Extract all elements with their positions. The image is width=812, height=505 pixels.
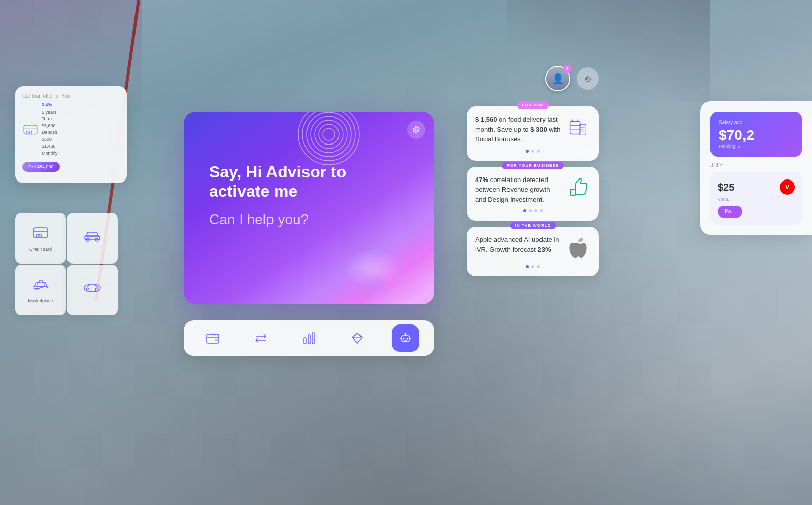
dot-w2 <box>531 265 534 268</box>
credit-card-icon <box>22 121 39 137</box>
salary-amount: $70,2 <box>719 127 794 143</box>
analytics-icon <box>302 332 316 345</box>
dot-w1 <box>526 265 529 268</box>
salary-title: Salary acc... <box>719 120 794 125</box>
svg-point-32 <box>406 338 408 340</box>
for-you-card: FOR YOU $ 1,560 on food delivery last mo… <box>467 106 599 161</box>
svg-rect-47 <box>570 189 576 195</box>
svg-rect-27 <box>308 335 310 344</box>
loan-amount: $8,600 <box>42 123 58 130</box>
credit-card-label: Credit card <box>29 247 52 252</box>
ship-icon-svg <box>32 277 49 292</box>
world-content: Apple advanced AI update in iVR. Growth … <box>475 235 591 260</box>
dot-1 <box>526 150 529 153</box>
svg-rect-38 <box>570 121 580 134</box>
loan-monthly: $1,468 <box>42 143 58 150</box>
svg-rect-26 <box>304 338 306 344</box>
company-name: Voda... <box>718 197 795 202</box>
vehicle-icon <box>83 281 101 296</box>
transfer-button[interactable] <box>247 324 275 352</box>
vodafone-logo: V <box>780 179 795 195</box>
svg-point-35 <box>404 333 406 335</box>
loan-term: Term <box>42 116 58 123</box>
glow-effect-2 <box>353 274 394 299</box>
business-card: FOR YOUR BUSINESS 47% correlation detect… <box>467 167 599 221</box>
robot-icon <box>399 332 412 345</box>
grid-card-marketplace[interactable]: Marketplace <box>15 265 66 315</box>
svg-point-2 <box>29 131 32 134</box>
svg-rect-25 <box>215 339 218 341</box>
deposit-amount: $500 <box>42 136 58 143</box>
thumbs-icon-svg <box>565 175 591 200</box>
wallet-button[interactable] <box>199 324 226 352</box>
world-card: IN THE WORLD Apple advanced AI update in… <box>467 227 599 276</box>
advisor-button[interactable] <box>392 324 419 352</box>
salary-card-bottom: $25 V Voda... Pa... <box>710 172 802 225</box>
pay-button[interactable]: Pa... <box>718 206 742 218</box>
food-icon-svg <box>565 114 591 140</box>
car-icon <box>83 228 101 245</box>
svg-rect-12 <box>37 283 44 287</box>
toolbar <box>184 320 434 356</box>
avatar-container: 👤 3 <box>545 66 570 91</box>
salary-pending: Pending: $ <box>719 143 794 149</box>
apple-icon-container <box>565 235 591 260</box>
apple-icon-svg <box>567 235 589 260</box>
car-loan-card: Car loan offer for You 3.4% 5 years Term… <box>15 86 127 183</box>
diamond-icon <box>350 331 364 345</box>
svg-rect-28 <box>312 333 314 344</box>
credit-card-grid-icon <box>32 225 49 244</box>
marketplace-label: Marketplace <box>28 298 53 303</box>
car-icon-svg <box>83 228 101 242</box>
deposit-label: Deposit <box>42 129 58 136</box>
for-you-dots <box>475 150 591 153</box>
svg-rect-0 <box>24 125 37 134</box>
left-panel: Car loan offer for You 3.4% 5 years Term… <box>15 86 127 183</box>
world-badge: IN THE WORLD <box>510 222 556 229</box>
analytics-button[interactable] <box>295 324 323 352</box>
grid-card-credit[interactable]: Credit card <box>15 213 66 264</box>
notification-badge: 3 <box>563 65 571 73</box>
ship-icon <box>32 277 49 295</box>
for-you-text: $ 1,560 on food delivery last month. Sav… <box>475 115 561 145</box>
salary-amount2: $25 <box>718 182 734 193</box>
grid-card-vehicle[interactable] <box>67 265 118 315</box>
world-dots <box>475 265 591 268</box>
business-dots <box>475 209 591 212</box>
transfer-icon <box>254 333 268 344</box>
wallet-icon <box>206 332 220 344</box>
world-text: Apple advanced AI update in iVR. Growth … <box>475 235 561 255</box>
user-area: 👤 3 ⎋ <box>545 66 599 91</box>
advisor-title: Say, Hi Advisor to activate me <box>209 162 409 201</box>
vehicle-icon-svg <box>83 281 101 293</box>
monthly-label: Monthly <box>42 150 58 157</box>
credit-icon-svg <box>32 225 49 241</box>
food-delivery-icon <box>565 115 591 140</box>
salary-card: Salary acc... $70,2 Pending: $ JULY $25 … <box>700 101 812 235</box>
for-you-content: $ 1,560 on food delivery last month. Sav… <box>475 115 591 145</box>
tent-fabric-top <box>507 0 710 101</box>
right-panel: FOR YOU $ 1,560 on food delivery last mo… <box>467 106 599 276</box>
loan-rate: 3.4% <box>42 102 52 107</box>
svg-point-31 <box>403 338 404 340</box>
business-badge: FOR YOUR BUSINESS <box>502 162 564 169</box>
loan-details-row: 3.4% 5 years Term $8,600 Deposit $500 $1… <box>22 102 120 157</box>
get-loan-button[interactable]: Get $84,000 <box>22 162 60 172</box>
car-loan-header: Car loan offer for You 3.4% 5 years Term… <box>22 93 120 172</box>
advisor-subtitle: Can I help you? <box>209 211 409 228</box>
salary-month: JULY <box>710 163 802 168</box>
rewards-button[interactable] <box>344 324 371 352</box>
logout-button[interactable]: ⎋ <box>577 67 599 90</box>
dot-b2 <box>529 209 532 212</box>
dot-b3 <box>534 209 537 212</box>
bottom-row: $25 V <box>718 179 795 195</box>
grid-card-car[interactable] <box>67 213 118 264</box>
salary-card-top: Salary acc... $70,2 Pending: $ <box>710 112 802 157</box>
dot-w3 <box>537 265 540 268</box>
advisor-panel: Say, Hi Advisor to activate me Can I hel… <box>184 112 434 304</box>
logout-icon: ⎋ <box>585 74 591 84</box>
for-you-badge: FOR YOU <box>517 101 549 109</box>
dot-2 <box>531 150 534 153</box>
car-loan-title: Car loan offer for You <box>22 93 120 99</box>
bottom-grid: Credit card Marketplace <box>15 213 118 315</box>
